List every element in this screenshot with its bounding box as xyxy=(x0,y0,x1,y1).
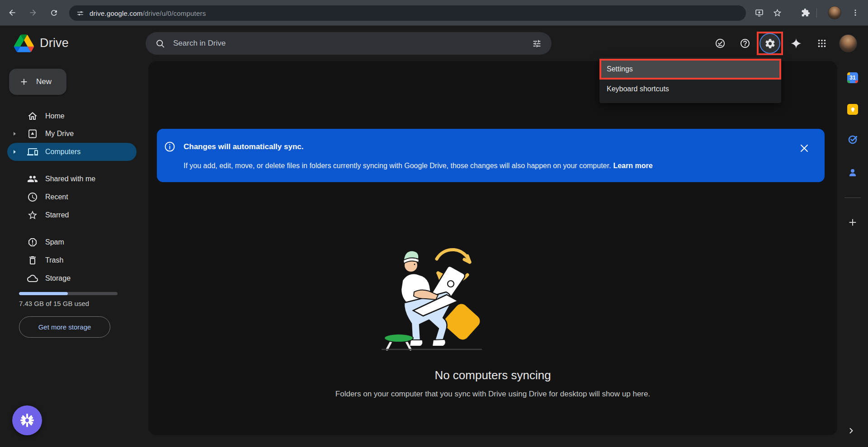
keep-icon[interactable] xyxy=(847,104,858,115)
expand-arrow-icon[interactable] xyxy=(12,132,17,136)
get-more-storage-button[interactable]: Get more storage xyxy=(19,316,110,338)
chevron-right-icon xyxy=(847,426,856,435)
browser-toolbar: drive.google.com/drive/u/0/computers xyxy=(0,0,868,26)
gemini-button[interactable] xyxy=(786,33,806,53)
my-drive-icon xyxy=(27,128,38,139)
sidebar-item-label: Recent xyxy=(45,193,68,201)
address-bar[interactable]: drive.google.com/drive/u/0/computers xyxy=(69,5,746,21)
search-icon xyxy=(156,39,165,48)
sidebar-item-label: Starred xyxy=(45,211,69,219)
sidebar-item-my-drive[interactable]: My Drive xyxy=(7,125,137,143)
clock-icon xyxy=(27,192,38,202)
sidebar-item-storage[interactable]: Storage xyxy=(7,269,137,287)
menu-item-keyboard-shortcuts[interactable]: Keyboard shortcuts xyxy=(599,80,781,99)
banner-title: Changes will automatically sync. xyxy=(184,142,303,151)
sidebar-item-label: Home xyxy=(45,112,65,120)
sidebar-item-spam[interactable]: Spam xyxy=(7,233,137,251)
show-side-panel-button[interactable] xyxy=(847,426,856,435)
expand-arrow-icon[interactable] xyxy=(12,150,17,154)
new-button[interactable]: New xyxy=(9,69,66,95)
keep-bulb-icon xyxy=(850,107,856,113)
sidebar-item-home[interactable]: Home xyxy=(7,107,137,125)
sidebar-item-label: Shared with me xyxy=(45,175,95,183)
extensions-button[interactable] xyxy=(797,5,814,21)
plus-icon xyxy=(848,217,858,227)
install-icon xyxy=(755,8,764,18)
sidebar-item-computers[interactable]: Computers xyxy=(7,143,137,161)
three-dot-menu-icon xyxy=(851,9,859,17)
browser-profile-avatar[interactable] xyxy=(828,6,841,19)
site-info-icon[interactable] xyxy=(76,9,84,17)
sidebar-item-recent[interactable]: Recent xyxy=(7,188,137,206)
gemini-fab-button[interactable] xyxy=(12,405,42,435)
browser-reload-button[interactable] xyxy=(46,5,62,21)
menu-item-settings[interactable]: Settings xyxy=(599,59,781,80)
app-title: Drive xyxy=(40,36,69,50)
drive-triangle-icon xyxy=(14,34,34,52)
account-avatar[interactable] xyxy=(839,34,857,52)
help-button[interactable] xyxy=(735,33,755,53)
sidebar-item-label: Trash xyxy=(45,256,63,264)
learn-more-link[interactable]: Learn more xyxy=(613,162,652,169)
sidebar-item-label: Storage xyxy=(45,274,71,282)
google-apps-button[interactable] xyxy=(812,33,832,53)
storage-summary: 7.43 GB of 15 GB used xyxy=(19,300,89,307)
puzzle-icon xyxy=(801,8,810,17)
drive-logo xyxy=(14,34,34,52)
banner-body: If you add, edit, move, or delete files … xyxy=(184,162,653,170)
sidebar-item-trash[interactable]: Trash xyxy=(7,251,137,269)
back-arrow-icon xyxy=(8,8,17,17)
main-content: Computers Changes will automatically syn… xyxy=(148,61,837,435)
spam-icon xyxy=(27,237,38,248)
browser-forward-button[interactable] xyxy=(25,5,41,21)
trash-icon xyxy=(27,255,38,266)
browser-menu-button[interactable] xyxy=(847,5,863,21)
star-outline-icon xyxy=(773,8,782,18)
home-icon xyxy=(27,111,38,122)
calendar-corner-green xyxy=(847,80,850,83)
browser-back-button[interactable] xyxy=(4,5,20,21)
gear-icon xyxy=(764,38,776,49)
help-icon xyxy=(740,38,750,49)
plus-icon xyxy=(19,77,29,87)
sidebar-item-starred[interactable]: Starred xyxy=(7,206,137,224)
calendar-corner-yellow xyxy=(847,72,850,75)
empty-state-title: No computers syncing xyxy=(148,368,837,382)
sync-banner: Changes will automatically sync. If you … xyxy=(157,129,825,182)
forward-arrow-icon xyxy=(28,8,38,17)
star-icon xyxy=(27,210,38,221)
banner-close-icon[interactable] xyxy=(799,143,810,154)
rail-divider xyxy=(844,198,861,198)
menu-item-label: Keyboard shortcuts xyxy=(607,85,669,93)
sparkle-icon xyxy=(790,38,802,49)
sidebar-item-label: My Drive xyxy=(45,130,74,138)
cloud-icon xyxy=(27,273,38,284)
bookmark-star-button[interactable] xyxy=(769,5,785,21)
empty-state-illustration xyxy=(375,244,488,355)
search-bar[interactable] xyxy=(146,32,552,55)
menu-item-label: Settings xyxy=(607,65,633,73)
settings-annotation-box xyxy=(757,32,783,55)
offline-status-button[interactable] xyxy=(710,33,730,53)
gemini-asterisk-icon xyxy=(19,413,35,428)
calendar-icon[interactable]: 31 xyxy=(847,72,858,83)
settings-button[interactable] xyxy=(760,33,780,54)
search-input[interactable] xyxy=(173,39,524,48)
url-host: drive.google.com xyxy=(90,9,142,17)
tasks-icon[interactable] xyxy=(847,134,858,145)
contacts-icon[interactable] xyxy=(847,167,858,178)
settings-dropdown-menu: Settings Keyboard shortcuts xyxy=(599,57,781,103)
storage-progress-fill xyxy=(19,292,68,295)
new-button-label: New xyxy=(36,77,52,86)
install-app-button[interactable] xyxy=(751,5,767,21)
sidebar-item-shared-with-me[interactable]: Shared with me xyxy=(7,170,137,188)
shared-people-icon xyxy=(27,174,38,184)
calendar-corner-red xyxy=(855,80,858,83)
get-addons-button[interactable] xyxy=(848,217,858,227)
offline-check-icon xyxy=(715,38,726,49)
reload-icon xyxy=(50,9,58,17)
apps-grid-icon xyxy=(817,38,827,48)
calendar-day-label: 31 xyxy=(849,75,855,81)
banner-info-icon xyxy=(164,141,175,152)
search-options-icon[interactable] xyxy=(532,39,542,48)
